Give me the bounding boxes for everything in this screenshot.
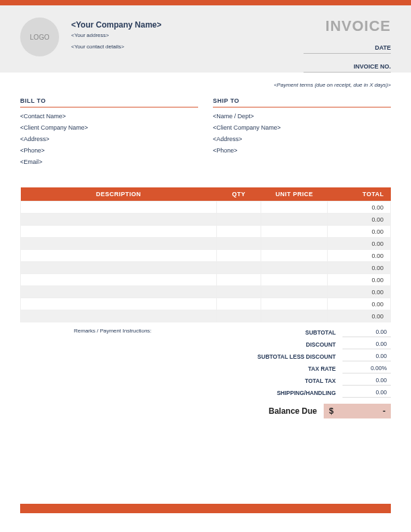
cell-description	[21, 250, 217, 262]
balance-due-label: Balance Due	[236, 406, 324, 416]
remarks-label: Remarks / Payment Instructions:	[20, 326, 236, 419]
content: <Payment terms (due on receipt, due in X…	[0, 73, 411, 419]
cell-qty	[217, 274, 261, 286]
company-contact: <Your contact details>	[71, 44, 161, 50]
cell-total: 0.00	[328, 262, 391, 274]
cell-description	[21, 274, 217, 286]
company-block: <Your Company Name> <Your address> <Your…	[71, 17, 161, 56]
ship-to-block: SHIP TO <Name / Dept> <Client Company Na…	[213, 97, 391, 170]
invoice-number-label: INVOICE NO.	[304, 63, 391, 73]
cell-total: 0.00	[328, 274, 391, 286]
cell-qty	[217, 250, 261, 262]
table-row: 0.00	[21, 286, 391, 298]
balance-due-row: Balance Due $ -	[236, 403, 391, 419]
cell-qty	[217, 262, 261, 274]
cell-unit_price	[261, 226, 328, 238]
cell-total: 0.00	[328, 214, 391, 226]
cell-unit_price	[261, 250, 328, 262]
summary-subtotal: SUBTOTAL 0.00	[236, 326, 391, 339]
cell-description	[21, 310, 217, 322]
cell-unit_price	[261, 202, 328, 214]
subtotal-less-value: 0.00	[342, 353, 391, 361]
cell-unit_price	[261, 274, 328, 286]
cell-description	[21, 202, 217, 214]
table-row: 0.00	[21, 250, 391, 262]
invoice-title: INVOICE	[304, 17, 391, 35]
cell-total: 0.00	[328, 226, 391, 238]
cell-qty	[217, 226, 261, 238]
table-row: 0.00	[21, 310, 391, 322]
cell-qty	[217, 202, 261, 214]
ship-to-line: <Phone>	[213, 147, 391, 154]
col-total: TOTAL	[328, 187, 391, 202]
summary-subtotal-less: SUBTOTAL LESS DISCOUNT 0.00	[236, 351, 391, 363]
table-row: 0.00	[21, 238, 391, 250]
summary-tax-rate: TAX RATE 0.00%	[236, 363, 391, 375]
cell-description	[21, 238, 217, 250]
top-accent-bar	[0, 0, 411, 5]
cell-total: 0.00	[328, 238, 391, 250]
table-row: 0.00	[21, 202, 391, 214]
cell-qty	[217, 310, 261, 322]
cell-description	[21, 226, 217, 238]
table-row: 0.00	[21, 274, 391, 286]
ship-to-header: SHIP TO	[213, 97, 391, 107]
invoice-block: INVOICE DATE INVOICE NO.	[304, 17, 391, 82]
table-row: 0.00	[21, 262, 391, 274]
bill-to-line: <Email>	[20, 159, 198, 165]
col-unit-price: UNIT PRICE	[261, 187, 328, 202]
total-tax-label: TOTAL TAX	[236, 378, 342, 384]
tax-rate-value: 0.00%	[342, 365, 391, 373]
payment-terms: <Payment terms (due on receipt, due in X…	[20, 82, 391, 88]
ship-to-line: <Name / Dept>	[213, 113, 391, 120]
ship-to-line: <Address>	[213, 136, 391, 142]
cell-qty	[217, 286, 261, 298]
ship-to-line: <Client Company Name>	[213, 124, 391, 131]
discount-value: 0.00	[342, 341, 391, 349]
cell-unit_price	[261, 298, 328, 310]
line-items-table: DESCRIPTION QTY UNIT PRICE TOTAL 0.000.0…	[20, 187, 391, 322]
cell-qty	[217, 214, 261, 226]
summary-discount: DISCOUNT 0.00	[236, 339, 391, 351]
cell-unit_price	[261, 238, 328, 250]
shipping-label: SHIPPING/HANDLING	[236, 390, 342, 396]
cell-total: 0.00	[328, 250, 391, 262]
cell-unit_price	[261, 214, 328, 226]
bill-to-line: <Contact Name>	[20, 113, 198, 120]
bottom-accent-bar	[20, 504, 391, 513]
cell-description	[21, 214, 217, 226]
below-table: Remarks / Payment Instructions: SUBTOTAL…	[20, 326, 391, 419]
subtotal-value: 0.00	[342, 328, 391, 337]
col-description: DESCRIPTION	[21, 187, 217, 202]
total-tax-value: 0.00	[342, 377, 391, 386]
bill-to-line: <Phone>	[20, 147, 198, 154]
cell-description	[21, 262, 217, 274]
balance-due-value: $ -	[324, 404, 391, 418]
subtotal-label: SUBTOTAL	[236, 329, 342, 336]
company-address: <Your address>	[71, 32, 161, 38]
cell-unit_price	[261, 286, 328, 298]
logo-placeholder: LOGO	[20, 17, 59, 56]
summary-total-tax: TOTAL TAX 0.00	[236, 375, 391, 387]
cell-description	[21, 298, 217, 310]
cell-total: 0.00	[328, 310, 391, 322]
address-row: BILL TO <Contact Name> <Client Company N…	[20, 97, 391, 170]
balance-currency: $	[329, 406, 334, 416]
summary-shipping: SHIPPING/HANDLING 0.00	[236, 387, 391, 399]
header: LOGO <Your Company Name> <Your address> …	[0, 5, 411, 73]
bill-to-block: BILL TO <Contact Name> <Client Company N…	[20, 97, 198, 170]
table-row: 0.00	[21, 214, 391, 226]
cell-qty	[217, 298, 261, 310]
shipping-value: 0.00	[342, 389, 391, 398]
bill-to-line: <Client Company Name>	[20, 124, 198, 131]
cell-total: 0.00	[328, 298, 391, 310]
cell-unit_price	[261, 310, 328, 322]
cell-unit_price	[261, 262, 328, 274]
date-label: DATE	[304, 44, 391, 54]
bill-to-line: <Address>	[20, 136, 198, 142]
discount-label: DISCOUNT	[236, 341, 342, 348]
subtotal-less-label: SUBTOTAL LESS DISCOUNT	[236, 353, 342, 360]
company-name: <Your Company Name>	[71, 20, 161, 30]
tax-rate-label: TAX RATE	[236, 365, 342, 372]
summary-block: SUBTOTAL 0.00 DISCOUNT 0.00 SUBTOTAL LES…	[236, 326, 391, 419]
